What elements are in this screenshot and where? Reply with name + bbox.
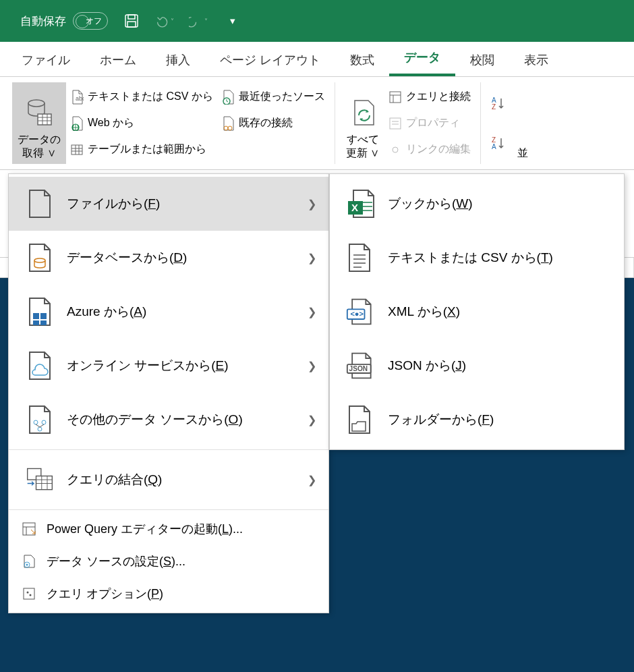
get-data-small-buttons-2: 最近使ったソース 既存の接続	[217, 82, 329, 164]
refresh-icon	[347, 96, 379, 129]
tab-pagelayout[interactable]: ページ レイアウト	[205, 44, 335, 76]
from-book-label: ブックから(W)	[388, 195, 473, 213]
chevron-right-icon: ❯	[308, 198, 316, 211]
menu-ds-settings[interactable]: データ ソースの設定(S)...	[9, 545, 328, 578]
svg-text:˅: ˅	[171, 18, 174, 25]
query-opts-icon	[21, 586, 37, 602]
svg-rect-25	[390, 118, 401, 129]
from-web-button[interactable]: Web から	[66, 113, 217, 134]
menu-from-azure[interactable]: Azure から(A) ❯	[9, 285, 328, 339]
submenu-from-folder[interactable]: フォルダーから(F)	[330, 393, 624, 447]
toggle-off[interactable]: オフ	[73, 12, 108, 30]
existing-conn-button[interactable]: 既存の接続	[217, 113, 329, 134]
recent-sources-button[interactable]: 最近使ったソース	[217, 87, 329, 107]
submenu-from-xml[interactable]: <●> XML から(X)	[330, 285, 624, 339]
get-data-label1: データの	[18, 133, 61, 146]
file-azure-icon	[25, 297, 55, 327]
json-file-icon: JSON	[346, 351, 376, 381]
svg-point-32	[34, 258, 45, 262]
separator	[9, 449, 328, 450]
menu-combine-queries[interactable]: クエリの結合(Q) ❯	[9, 453, 328, 507]
chevron-right-icon: ❯	[308, 252, 316, 264]
ribbon-tabs: ファイル ホーム 挿入 ページ レイアウト 数式 データ 校閲 表示	[0, 42, 634, 77]
from-text-csv-button[interactable]: abc テキストまたは CSV から	[66, 87, 217, 107]
get-data-label2: 取得 ∨	[22, 146, 55, 160]
get-data-button[interactable]: データの 取得 ∨	[12, 82, 66, 164]
refresh-label1: すべて	[347, 133, 379, 146]
svg-rect-51	[24, 588, 34, 599]
menu-query-options[interactable]: クエリ オプション(P)	[9, 578, 328, 610]
database-icon	[23, 96, 55, 129]
svg-rect-46	[23, 523, 35, 535]
menu-from-database[interactable]: データベースから(D) ❯	[9, 231, 328, 285]
undo-icon[interactable]: ˅	[155, 11, 175, 31]
tab-file[interactable]: ファイル	[7, 44, 85, 76]
autosave-label: 自動保存	[20, 13, 66, 29]
qat-customize-icon[interactable]: ▾	[223, 11, 243, 31]
folder-file-icon	[346, 405, 376, 435]
submenu-from-json[interactable]: JSON JSON から(J)	[330, 339, 624, 393]
from-other-label: その他のデータ ソースから(O)	[67, 411, 243, 428]
get-data-small-buttons: abc テキストまたは CSV から Web から テーブルまたは範囲から	[66, 82, 217, 164]
svg-point-37	[34, 420, 38, 424]
svg-rect-35	[33, 320, 39, 325]
properties-button: プロパティ	[384, 113, 475, 133]
file-db-icon	[25, 243, 55, 273]
edit-links-button: リンクの編集	[384, 140, 475, 159]
tab-formulas[interactable]: 数式	[335, 44, 389, 76]
file-icon	[25, 189, 55, 219]
from-db-label: データベースから(D)	[67, 249, 187, 267]
existing-label: 既存の接続	[239, 116, 293, 130]
submenu-from-csv[interactable]: テキストまたは CSV から(T)	[330, 231, 624, 285]
tab-home[interactable]: ホーム	[85, 44, 151, 76]
file-other-icon	[25, 405, 55, 435]
save-icon[interactable]	[121, 11, 142, 31]
from-range-label: テーブルまたは範囲から	[88, 142, 206, 157]
menu-from-other[interactable]: その他のデータ ソースから(O) ❯	[9, 393, 328, 447]
pq-editor-icon	[21, 521, 37, 537]
svg-rect-41	[36, 476, 53, 490]
svg-point-50	[26, 564, 28, 566]
svg-point-38	[42, 420, 46, 424]
sort-label: 並	[517, 146, 528, 160]
svg-point-20	[228, 126, 232, 130]
xml-file-icon: <●>	[346, 297, 376, 327]
properties-label: プロパティ	[406, 116, 460, 130]
redo-icon[interactable]: ˅	[189, 11, 209, 31]
query-opts-label: クエリ オプション(P)	[47, 586, 163, 602]
ds-settings-label: データ ソースの設定(S)...	[47, 553, 185, 569]
autosave-toggle[interactable]: 自動保存 オフ	[20, 12, 108, 30]
sort-az-icon: AZ	[490, 96, 508, 111]
menu-from-online[interactable]: オンライン サービスから(E) ❯	[9, 339, 328, 393]
sort-az-button[interactable]: AZ	[486, 93, 512, 113]
svg-point-39	[38, 427, 42, 431]
combine-label: クエリの結合(Q)	[67, 471, 162, 488]
from-xml-label: XML から(X)	[388, 303, 460, 320]
sort-za-button[interactable]: ZA	[486, 133, 512, 153]
tab-review[interactable]: 校閲	[455, 44, 509, 76]
sort-button[interactable]: 並	[512, 82, 534, 164]
ds-settings-icon	[21, 553, 37, 569]
queries-conn-button[interactable]: クエリと接続	[384, 87, 475, 107]
menu-pq-editor[interactable]: Power Query エディターの起動(L)...	[9, 513, 328, 545]
edit-links-icon	[388, 143, 402, 157]
from-web-label: Web から	[88, 116, 134, 130]
from-range-button[interactable]: テーブルまたは範囲から	[66, 140, 217, 160]
title-bar: 自動保存 オフ ˅ ˅ ▾	[0, 0, 634, 42]
group-queries: すべて 更新 ∨ クエリと接続 プロパティ リンクの編集	[335, 82, 481, 164]
menu-from-file[interactable]: ファイルから(F) ❯	[9, 177, 328, 231]
svg-text:A: A	[492, 143, 496, 150]
tab-data[interactable]: データ	[389, 41, 455, 76]
ribbon: データの 取得 ∨ abc テキストまたは CSV から Web から テーブル…	[0, 77, 634, 170]
tab-insert[interactable]: 挿入	[151, 44, 205, 76]
combine-icon	[25, 465, 55, 495]
from-json-label: JSON から(J)	[388, 357, 466, 374]
refresh-all-button[interactable]: すべて 更新 ∨	[341, 82, 384, 164]
svg-point-19	[224, 126, 228, 130]
file-cloud-icon	[25, 351, 55, 381]
svg-text:JSON: JSON	[349, 365, 368, 372]
tab-view[interactable]: 表示	[509, 44, 563, 76]
from-text-label: テキストまたは CSV から	[88, 90, 213, 104]
svg-rect-6	[38, 114, 51, 125]
submenu-from-workbook[interactable]: X ブックから(W)	[330, 177, 624, 231]
